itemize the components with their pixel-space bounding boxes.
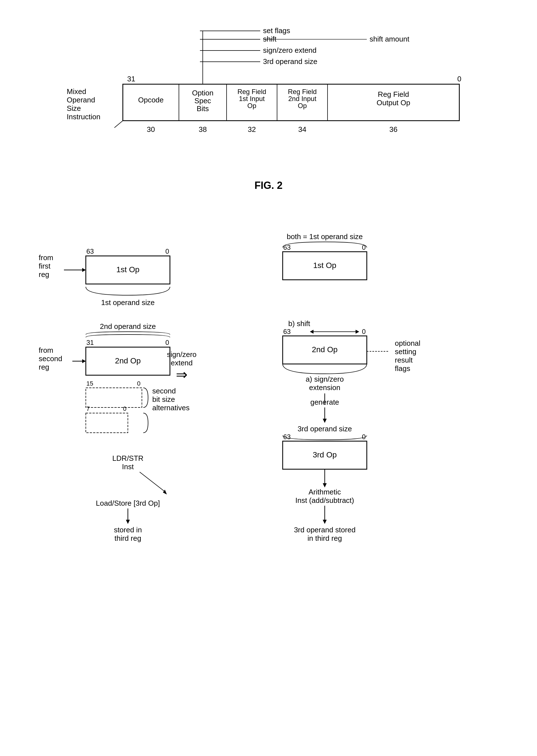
brace-left (114, 121, 123, 128)
bit-31-label: 31 (127, 75, 135, 83)
instr-label-instruction: Instruction (67, 112, 101, 121)
from-second-label-2: second (39, 354, 62, 363)
first-op-label: 1st Op (116, 265, 139, 274)
arrow-first-reg-head (82, 268, 86, 272)
label-shift: shift (263, 35, 276, 43)
bit63-3rd: 63 (283, 433, 291, 441)
second-bit-size-2: bit size (152, 395, 175, 404)
field-opcode: Opcode (138, 96, 163, 104)
num-30: 30 (147, 125, 155, 134)
num-38: 38 (198, 125, 207, 134)
optional-setting-4: flags (395, 364, 410, 373)
bit0-7-label: 0 (123, 405, 126, 412)
field-reg1-1: Reg Field (237, 88, 266, 95)
label-set-flags: set flags (263, 26, 290, 35)
field-reg2-3: Op (298, 102, 307, 110)
second-op-size-label: 2nd operand size (100, 322, 156, 331)
fig2-label: FIG. 2 (11, 180, 526, 191)
bit0-3rd: 0 (362, 433, 365, 441)
label-sign-zero-extend: sign/zero extend (263, 46, 316, 55)
field-reg-out-2: Output Op (377, 99, 410, 107)
field-option-spec-2: Spec (194, 97, 211, 105)
instr-label-mixed: Mixed (67, 87, 86, 96)
field-reg2-1: Reg Field (288, 88, 316, 95)
third-stored-1: 3rd operand stored (294, 526, 355, 534)
first-op-brace (86, 287, 170, 295)
page: 31 0 Mixed Operand Size Instruction Opco… (0, 0, 537, 756)
second-bit-size-3: alternatives (152, 404, 189, 412)
brace-bit-size-1 (143, 388, 148, 408)
both-equals-label: both = 1st operand size (287, 232, 363, 241)
arrow-load-store-head (126, 520, 130, 524)
load-store-label: Load/Store [3rd Op] (96, 499, 160, 508)
from-first-label-3: reg (39, 270, 49, 279)
ldr-str-label-1: LDR/STR (112, 454, 143, 463)
first-op-right-label: 1st Op (313, 261, 336, 270)
second-op-right-label: 2nd Op (312, 345, 338, 354)
field-reg-out-1: Reg Field (378, 90, 409, 99)
shift-arrow-left-head (310, 330, 313, 334)
optional-setting-3: result (395, 356, 413, 364)
from-second-label-1: from (39, 346, 53, 354)
shift-arrow-right-head (355, 330, 359, 334)
bit63-left: 63 (86, 247, 94, 255)
bit15-box (86, 388, 142, 408)
field-option-spec-3: Bits (196, 105, 209, 113)
bit7-label: 7 (86, 405, 90, 412)
arith-inst-label-2: Inst (add/subtract) (295, 496, 354, 505)
sign-zero-extend-label-1: sign/zero (167, 350, 196, 359)
third-operand-size-label: 3rd operand size (298, 424, 352, 433)
second-op-label: 2nd Op (115, 356, 141, 365)
bit0-left: 0 (165, 247, 169, 255)
arrow-arith-2-head (323, 520, 327, 524)
ldr-str-label-2: Inst (122, 463, 134, 471)
sign-zero-extend-label-2: extend (171, 359, 192, 367)
first-op-size-label-1: 1st operand size (101, 298, 154, 307)
b-shift-label: b) shift (288, 319, 310, 328)
stored-third-1: stored in (114, 526, 142, 534)
optional-setting-1: optional (395, 339, 420, 347)
instr-label-size: Size (67, 104, 81, 112)
stored-third-2: third reg (114, 534, 141, 543)
double-arrow: ⇒ (176, 367, 187, 382)
num-36: 36 (389, 125, 397, 134)
ldr-str-line (140, 472, 165, 492)
second-op-brace-top2 (86, 332, 170, 334)
bit-0-label: 0 (457, 75, 461, 83)
bit0-right-1: 0 (362, 244, 365, 251)
arrow-generate-head (323, 419, 327, 423)
third-op-brace-top (283, 435, 367, 440)
both-brace (283, 242, 367, 247)
second-op-brace-top (86, 334, 170, 337)
fig2-svg: 31 0 Mixed Operand Size Instruction Opco… (58, 17, 479, 174)
a-sign-zero-2: extension (309, 383, 340, 392)
third-op-label: 3rd Op (313, 450, 337, 459)
bit15-label: 15 (86, 380, 93, 387)
second-bit-size-1: second (152, 387, 176, 395)
fig2-container: 31 0 Mixed Operand Size Instruction Opco… (11, 17, 526, 191)
a-sign-zero-1: a) sign/zero (306, 375, 344, 383)
brace-bit-size-2 (143, 413, 148, 433)
num-32: 32 (248, 125, 256, 134)
bit63-right-2: 63 (283, 328, 291, 335)
third-stored-2: in third reg (307, 534, 342, 543)
instr-label-operand: Operand (67, 96, 95, 104)
from-first-label-1: from (39, 253, 53, 262)
optional-setting-2: setting (395, 347, 416, 356)
num-34: 34 (298, 125, 306, 134)
field-reg1-3: Op (247, 102, 256, 110)
bit31-2nd: 31 (86, 339, 94, 346)
bit7-box (86, 413, 128, 433)
field-reg2-2: 2nd Input (288, 95, 316, 103)
label-shift-amount: shift amount (370, 35, 409, 43)
sign-zero-brace (283, 364, 367, 374)
from-first-label-2: first (39, 262, 51, 270)
bit63-right-1: 63 (283, 244, 291, 251)
from-second-label-3: reg (39, 363, 49, 371)
fig3-container: from first reg 1st Op 63 0 1st operand s… (11, 208, 526, 756)
arith-inst-label-1: Arithmetic (309, 488, 341, 496)
label-3rd-operand-size: 3rd operand size (263, 57, 317, 66)
fig3-svg: from first reg 1st Op 63 0 1st operand s… (30, 208, 507, 755)
field-option-spec-1: Option (192, 89, 213, 97)
bit0-2nd: 0 (165, 339, 169, 346)
